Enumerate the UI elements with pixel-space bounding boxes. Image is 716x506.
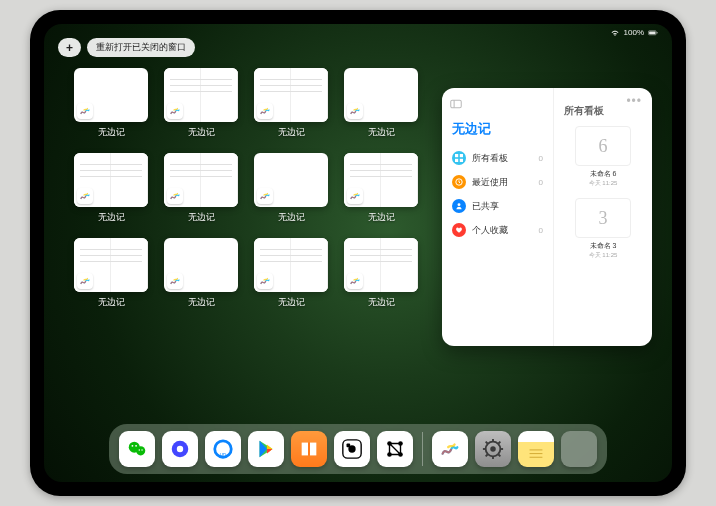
window-card[interactable] — [74, 68, 148, 122]
board-item[interactable]: 6未命名 6今天 11:25 — [562, 126, 644, 188]
status-bar: 100% — [610, 28, 658, 37]
window-thumbnail[interactable]: 无边记 — [164, 153, 238, 224]
window-card[interactable] — [164, 153, 238, 207]
board-time: 今天 11:25 — [562, 179, 644, 188]
grid-icon — [452, 151, 466, 165]
window-label: 无边记 — [254, 211, 328, 224]
sidebar-item-label: 个人收藏 — [472, 224, 508, 237]
sidebar-item-grid[interactable]: 所有看板0 — [450, 146, 545, 170]
sidebar-item-count: 0 — [539, 226, 543, 235]
board-name: 未命名 3 — [562, 241, 644, 251]
freeform-app-icon — [77, 273, 93, 289]
window-card[interactable] — [164, 238, 238, 292]
sidebar-toggle-icon[interactable] — [450, 98, 462, 110]
dock-app-wechat[interactable] — [119, 431, 155, 467]
svg-point-18 — [177, 446, 183, 452]
window-card[interactable] — [74, 238, 148, 292]
svg-rect-8 — [460, 159, 463, 162]
dock-app-graph[interactable] — [377, 431, 413, 467]
panel-sidebar: 无边记 所有看板0最近使用0已共享个人收藏0 — [442, 88, 554, 346]
window-thumbnail[interactable]: 无边记 — [254, 68, 328, 139]
dock-app-qqbrowser[interactable]: HD — [205, 431, 241, 467]
sidebar-item-clock[interactable]: 最近使用0 — [450, 170, 545, 194]
app-library-button[interactable] — [561, 431, 597, 467]
boards-list: 6未命名 6今天 11:253未命名 3今天 11:25 — [562, 126, 644, 260]
window-thumbnail[interactable]: 无边记 — [74, 238, 148, 309]
more-icon[interactable]: ••• — [626, 94, 642, 108]
window-thumbnail[interactable]: 无边记 — [254, 238, 328, 309]
freeform-app-icon — [347, 103, 363, 119]
window-thumbnail[interactable]: 无边记 — [74, 153, 148, 224]
svg-point-15 — [139, 449, 140, 450]
window-label: 无边记 — [254, 126, 328, 139]
window-switcher-grid: 无边记无边记无边记无边记无边记无边记无边记无边记无边记无边记无边记无边记 — [74, 68, 434, 309]
svg-rect-3 — [451, 100, 462, 108]
svg-point-12 — [136, 446, 145, 455]
window-thumbnail[interactable]: 无边记 — [254, 153, 328, 224]
svg-rect-1 — [649, 31, 655, 34]
board-name: 未命名 6 — [562, 169, 644, 179]
window-thumbnail[interactable]: 无边记 — [164, 68, 238, 139]
freeform-app-icon — [77, 188, 93, 204]
svg-point-14 — [135, 445, 137, 447]
reopen-closed-window-button[interactable]: 重新打开已关闭的窗口 — [87, 38, 195, 57]
svg-rect-2 — [657, 32, 658, 33]
ipad-frame: 100% + 重新打开已关闭的窗口 无边记无边记无边记无边记无边记无边记无边记无… — [30, 10, 686, 496]
dock-app-dice[interactable] — [334, 431, 370, 467]
dock-app-notes[interactable] — [518, 431, 554, 467]
freeform-app-icon — [257, 188, 273, 204]
sidebar-item-heart[interactable]: 个人收藏0 — [450, 218, 545, 242]
battery-icon — [648, 29, 658, 37]
window-thumbnail[interactable]: 无边记 — [164, 238, 238, 309]
svg-rect-23 — [347, 444, 351, 448]
window-thumbnail[interactable]: 无边记 — [344, 153, 418, 224]
dock-app-freeform[interactable] — [432, 431, 468, 467]
sidebar-menu: 所有看板0最近使用0已共享个人收藏0 — [450, 146, 545, 242]
wifi-icon — [610, 29, 620, 37]
dock-app-quark[interactable] — [162, 431, 198, 467]
window-card[interactable] — [344, 238, 418, 292]
board-item[interactable]: 3未命名 3今天 11:25 — [562, 198, 644, 260]
clock-icon — [452, 175, 466, 189]
window-label: 无边记 — [74, 126, 148, 139]
window-thumbnail[interactable]: 无边记 — [344, 238, 418, 309]
freeform-app-icon — [257, 103, 273, 119]
window-label: 无边记 — [164, 211, 238, 224]
svg-line-36 — [486, 455, 488, 457]
window-card[interactable] — [344, 68, 418, 122]
freeform-app-icon — [257, 273, 273, 289]
svg-line-34 — [486, 442, 488, 444]
battery-text: 100% — [624, 28, 644, 37]
dock-main-apps: HD — [119, 431, 413, 467]
window-card[interactable] — [254, 153, 328, 207]
screen: 100% + 重新打开已关闭的窗口 无边记无边记无边记无边记无边记无边记无边记无… — [44, 24, 672, 482]
dock-app-books[interactable] — [291, 431, 327, 467]
window-thumbnail[interactable]: 无边记 — [74, 68, 148, 139]
freeform-app-icon — [347, 273, 363, 289]
window-card[interactable] — [344, 153, 418, 207]
dock-app-play[interactable] — [248, 431, 284, 467]
top-controls: + 重新打开已关闭的窗口 — [58, 38, 195, 57]
window-card[interactable] — [254, 68, 328, 122]
svg-point-13 — [132, 445, 134, 447]
board-time: 今天 11:25 — [562, 251, 644, 260]
window-card[interactable] — [74, 153, 148, 207]
window-thumbnail[interactable]: 无边记 — [344, 68, 418, 139]
window-card[interactable] — [164, 68, 238, 122]
dock-separator — [422, 432, 423, 466]
people-icon — [452, 199, 466, 213]
svg-point-10 — [458, 203, 461, 206]
window-card[interactable] — [254, 238, 328, 292]
dock: HD — [109, 424, 607, 474]
sidebar-item-label: 已共享 — [472, 200, 499, 213]
new-window-button[interactable]: + — [58, 38, 81, 57]
sidebar-item-count: 0 — [539, 178, 543, 187]
window-label: 无边记 — [74, 211, 148, 224]
board-thumbnail: 3 — [575, 198, 631, 238]
sidebar-item-people[interactable]: 已共享 — [450, 194, 545, 218]
window-label: 无边记 — [344, 126, 418, 139]
dock-app-settings[interactable] — [475, 431, 511, 467]
window-label: 无边记 — [344, 211, 418, 224]
svg-point-29 — [490, 446, 496, 452]
panel-title: 无边记 — [452, 120, 545, 138]
